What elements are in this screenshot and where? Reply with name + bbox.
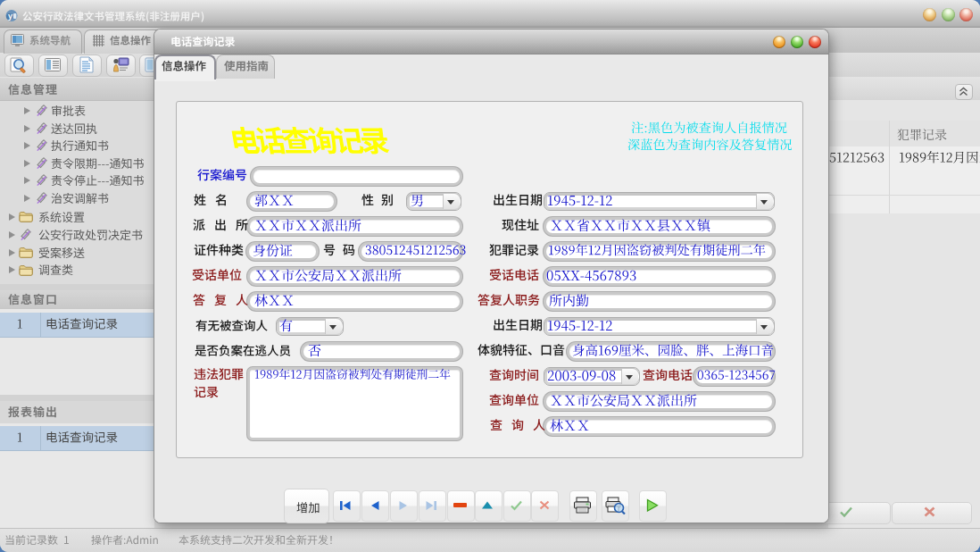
svg-text:y: y [8,12,12,21]
